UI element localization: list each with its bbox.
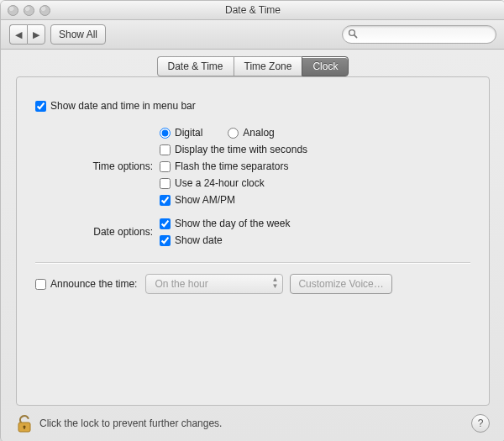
display-seconds-label: Display the time with seconds	[175, 144, 307, 155]
tab-time-zone[interactable]: Time Zone	[234, 56, 302, 76]
triangle-right-icon: ▶	[33, 29, 39, 40]
announce-time-label: Announce the time:	[50, 278, 137, 290]
prefs-window: Date & Time ◀ ▶ Show All Date & Time Tim…	[0, 0, 504, 441]
display-seconds-checkbox[interactable]	[160, 144, 171, 155]
help-button[interactable]: ?	[471, 414, 490, 433]
show-in-menubar-checkbox[interactable]	[35, 101, 46, 112]
lock-icon[interactable]	[16, 413, 33, 433]
time-options-label: Time options:	[35, 160, 153, 172]
titlebar: Date & Time	[1, 1, 504, 20]
window-title: Date & Time	[1, 4, 504, 16]
clock-panel: Show date and time in menu bar Time opti…	[16, 76, 490, 406]
show-ampm-label: Show AM/PM	[175, 194, 235, 206]
divider	[35, 262, 470, 264]
nav-segment: ◀ ▶	[9, 24, 45, 45]
stepper-arrows-icon: ▲▼	[271, 276, 278, 290]
show-all-button[interactable]: Show All	[50, 24, 106, 45]
search-field-wrap	[342, 25, 496, 44]
forward-button[interactable]: ▶	[27, 24, 45, 45]
svg-rect-4	[24, 427, 24, 429]
tab-clock[interactable]: Clock	[302, 56, 349, 76]
date-options-label: Date options:	[35, 226, 153, 238]
use-24h-checkbox[interactable]	[160, 178, 171, 189]
announce-time-checkbox[interactable]	[35, 279, 46, 290]
content-area: Date & Time Time Zone Clock Show date an…	[1, 48, 504, 441]
customize-voice-button[interactable]: Customize Voice…	[290, 274, 391, 294]
tabs: Date & Time Time Zone Clock	[1, 56, 504, 76]
announce-interval-value: On the hour	[155, 278, 207, 290]
svg-line-1	[354, 35, 357, 38]
digital-radio[interactable]	[160, 128, 171, 139]
search-input[interactable]	[342, 25, 496, 44]
show-day-checkbox[interactable]	[160, 218, 171, 229]
analog-label: Analog	[243, 127, 274, 139]
lock-text: Click the lock to prevent further change…	[39, 417, 222, 429]
back-button[interactable]: ◀	[9, 24, 27, 45]
toolbar: ◀ ▶ Show All	[1, 20, 504, 50]
show-day-label: Show the day of the week	[175, 218, 290, 229]
digital-label: Digital	[175, 127, 202, 139]
use-24h-label: Use a 24-hour clock	[175, 177, 265, 189]
analog-radio[interactable]	[228, 128, 239, 139]
footer: Click the lock to prevent further change…	[1, 413, 504, 433]
show-date-checkbox[interactable]	[160, 235, 171, 246]
search-icon	[348, 29, 358, 41]
triangle-left-icon: ◀	[15, 29, 22, 40]
tab-date-time[interactable]: Date & Time	[157, 56, 234, 76]
flash-separators-label: Flash the time separators	[175, 160, 288, 172]
show-ampm-checkbox[interactable]	[160, 195, 171, 206]
flash-separators-checkbox[interactable]	[160, 161, 171, 172]
announce-interval-select[interactable]: On the hour ▲▼	[145, 274, 283, 294]
show-date-label: Show date	[175, 234, 223, 246]
show-in-menubar-label: Show date and time in menu bar	[50, 100, 196, 112]
